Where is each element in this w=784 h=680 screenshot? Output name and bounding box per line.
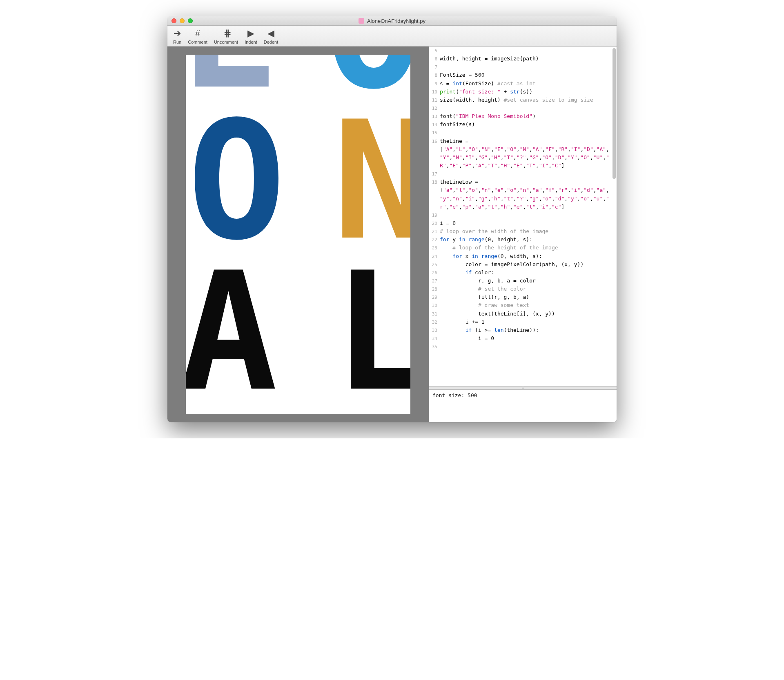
- code-text: [440, 129, 617, 137]
- code-text: theLine = ["A","L","O","N","E","O","N","…: [440, 137, 617, 170]
- code-line[interactable]: 28 # set the color: [429, 285, 617, 293]
- code-text: if color:: [440, 269, 617, 277]
- uncomment-button[interactable]: ⋕ Uncomment: [211, 27, 241, 45]
- line-number: 14: [429, 120, 440, 129]
- dedent-button[interactable]: ◀ Dedent: [261, 27, 281, 45]
- code-line[interactable]: 31 text(theLine[i], (x, y)): [429, 310, 617, 318]
- code-line[interactable]: 9s = int(FontSize) #cast as int: [429, 80, 617, 88]
- line-number: 33: [429, 326, 440, 334]
- code-line[interactable]: 12: [429, 104, 617, 112]
- code-text: # loop of the height of the image: [440, 244, 617, 252]
- line-number: 21: [429, 227, 440, 236]
- code-line[interactable]: 20i = 0: [429, 219, 617, 227]
- code-line[interactable]: 35: [429, 342, 617, 351]
- line-number: 7: [429, 63, 440, 71]
- title-bar[interactable]: AloneOnAFridayNight.py: [167, 16, 617, 26]
- code-line[interactable]: 26 if color:: [429, 269, 617, 277]
- line-number: 15: [429, 129, 440, 137]
- code-text: [440, 47, 617, 55]
- code-text: for y in range(0, height, s):: [440, 236, 617, 244]
- code-text: fill(r, g, b, a): [440, 293, 617, 301]
- code-line[interactable]: 32 i += 1: [429, 318, 617, 326]
- code-line[interactable]: 8FontSize = 500: [429, 71, 617, 79]
- code-text: i = 0: [440, 219, 617, 227]
- code-editor[interactable]: 5 6width, height = imageSize(path)7 8Fon…: [429, 47, 617, 386]
- preview-letter: A: [186, 251, 278, 414]
- line-number: 28: [429, 285, 440, 293]
- line-number: 34: [429, 334, 440, 342]
- code-text: [440, 170, 617, 178]
- line-number: 22: [429, 236, 440, 244]
- code-line[interactable]: 14fontSize(s): [429, 120, 617, 129]
- line-number: 30: [429, 301, 440, 309]
- code-text: text(theLine[i], (x, y)): [440, 310, 617, 318]
- line-number: 9: [429, 80, 440, 88]
- code-line[interactable]: 33 if (i >= len(theLine)):: [429, 326, 617, 334]
- code-line[interactable]: 15: [429, 129, 617, 137]
- line-number: 16: [429, 137, 440, 170]
- preview-pane[interactable]: LOONAL: [167, 47, 429, 422]
- code-text: width, height = imageSize(path): [440, 55, 617, 63]
- line-number: 18: [429, 178, 440, 211]
- code-line[interactable]: 24 for x in range(0, width, s):: [429, 252, 617, 260]
- code-line[interactable]: 18theLineLow = ["a","l","o","n","e","o",…: [429, 178, 617, 211]
- scrollbar[interactable]: [612, 48, 616, 384]
- code-line[interactable]: 34 i = 0: [429, 334, 617, 342]
- window-title: AloneOnAFridayNight.py: [167, 18, 617, 24]
- comment-button[interactable]: # Comment: [185, 27, 211, 45]
- run-button[interactable]: ➔ Run: [170, 27, 185, 45]
- code-line[interactable]: 11size(width, height) #set canvas size t…: [429, 96, 617, 104]
- line-number: 11: [429, 96, 440, 104]
- code-text: i += 1: [440, 318, 617, 326]
- code-text: r, g, b, a = color: [440, 277, 617, 285]
- line-number: 24: [429, 252, 440, 260]
- code-line[interactable]: 7: [429, 63, 617, 71]
- line-number: 20: [429, 219, 440, 227]
- line-number: 31: [429, 310, 440, 318]
- code-line[interactable]: 27 r, g, b, a = color: [429, 277, 617, 285]
- code-line[interactable]: 10print("font size: " + str(s)): [429, 88, 617, 96]
- line-number: 19: [429, 211, 440, 219]
- code-line[interactable]: 16theLine = ["A","L","O","N","E","O","N"…: [429, 137, 617, 170]
- horizontal-splitter[interactable]: [429, 386, 617, 389]
- line-number: 12: [429, 104, 440, 112]
- code-text: [440, 63, 617, 71]
- code-line[interactable]: 23 # loop of the height of the image: [429, 244, 617, 252]
- line-number: 27: [429, 277, 440, 285]
- line-number: 10: [429, 88, 440, 96]
- line-number: 8: [429, 71, 440, 79]
- code-text: # set the color: [440, 285, 617, 293]
- code-line[interactable]: 29 fill(r, g, b, a): [429, 293, 617, 301]
- code-line[interactable]: 5: [429, 47, 617, 55]
- window-title-text: AloneOnAFridayNight.py: [367, 18, 425, 24]
- hash-broken-icon: ⋕: [224, 28, 229, 39]
- run-label: Run: [173, 40, 181, 44]
- code-line[interactable]: 21# loop over the width of the image: [429, 227, 617, 236]
- code-line[interactable]: 17: [429, 170, 617, 178]
- code-text: FontSize = 500: [440, 71, 617, 79]
- app-window: AloneOnAFridayNight.py ➔ Run # Comment ⋕…: [167, 16, 617, 422]
- line-number: 17: [429, 170, 440, 178]
- line-number: 29: [429, 293, 440, 301]
- code-line[interactable]: 6width, height = imageSize(path): [429, 55, 617, 63]
- triangle-right-icon: ▶: [247, 28, 254, 39]
- code-line[interactable]: 13font("IBM Plex Mono Semibold"): [429, 112, 617, 120]
- code-line[interactable]: 19: [429, 211, 617, 219]
- code-text: for x in range(0, width, s):: [440, 252, 617, 260]
- code-line[interactable]: 25 color = imagePixelColor(path, (x, y)): [429, 260, 617, 269]
- code-text: print("font size: " + str(s)): [440, 88, 617, 96]
- code-text: [440, 104, 617, 112]
- toolbar: ➔ Run # Comment ⋕ Uncomment ▶ Indent ◀ D…: [167, 26, 617, 47]
- hash-icon: #: [195, 28, 200, 39]
- line-number: 6: [429, 55, 440, 63]
- code-text: theLineLow = ["a","l","o","n","e","o","n…: [440, 178, 617, 211]
- line-number: 13: [429, 112, 440, 120]
- console-output[interactable]: font size: 500: [429, 389, 617, 422]
- line-number: 5: [429, 47, 440, 55]
- code-line[interactable]: 30 # draw some text: [429, 301, 617, 309]
- code-text: i = 0: [440, 334, 617, 342]
- scrollbar-thumb[interactable]: [612, 48, 616, 179]
- code-line[interactable]: 22for y in range(0, height, s):: [429, 236, 617, 244]
- indent-button[interactable]: ▶ Indent: [241, 27, 261, 45]
- triangle-left-icon: ◀: [267, 28, 274, 39]
